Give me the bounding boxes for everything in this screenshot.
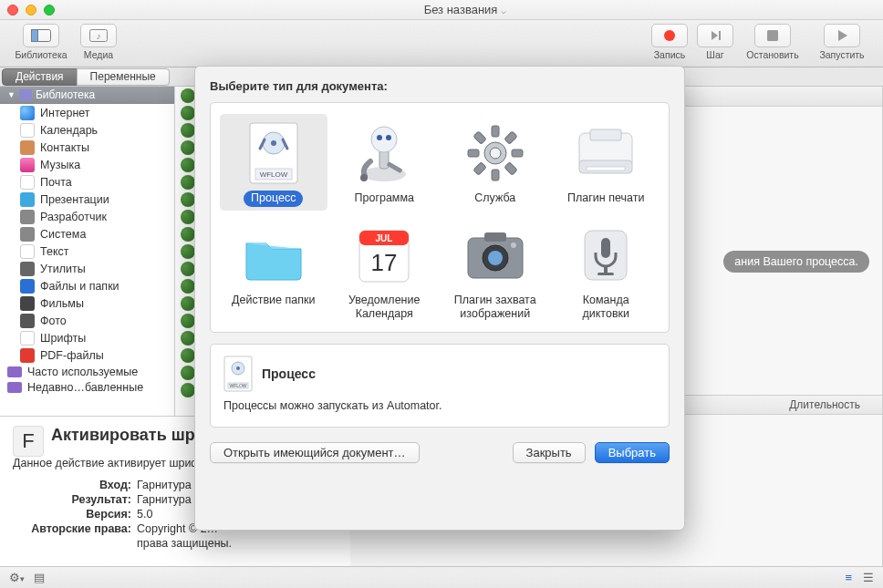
svg-rect-25 xyxy=(590,129,621,140)
workflow-hint: ания Вашего процесса. xyxy=(723,251,869,273)
toolbar-label: Остановить xyxy=(746,49,798,60)
record-icon xyxy=(651,24,688,47)
library-item[interactable]: PDF-файлы xyxy=(0,346,174,364)
list-icon[interactable]: ≡ xyxy=(845,571,852,584)
close-button[interactable]: Закрыть xyxy=(513,442,586,463)
desc-title: Процесс xyxy=(262,366,316,381)
choose-button[interactable]: Выбрать xyxy=(595,442,670,463)
action-icon xyxy=(181,88,195,103)
library-item-label: Календарь xyxy=(40,124,98,137)
toolbar-label: Медиа xyxy=(84,49,113,60)
dialog-buttons: Открыть имеющийся документ… Закрыть Выбр… xyxy=(210,442,670,463)
stop-button[interactable]: Остановить xyxy=(741,24,805,60)
smart-folder[interactable]: Недавно…бавленные xyxy=(0,379,174,395)
doc-type-label: Команда диктовки xyxy=(555,293,659,323)
media-icon: ♪ xyxy=(80,24,117,47)
category-icon xyxy=(20,210,35,224)
library-item[interactable]: Календарь xyxy=(0,121,174,139)
version-key: Версия: xyxy=(13,508,131,521)
library-item[interactable]: Интернет xyxy=(0,104,174,121)
type-workflow[interactable]: WFLOWПроцесс xyxy=(220,114,327,211)
step-button[interactable]: Шаг xyxy=(695,24,735,60)
library-item-label: Файлы и папки xyxy=(40,280,119,293)
svg-point-41 xyxy=(236,366,240,370)
library-item[interactable]: Презентации xyxy=(0,191,174,208)
doc-type-label: Служба xyxy=(467,191,523,207)
library-item[interactable]: Шрифты xyxy=(0,329,174,346)
svg-text:♪: ♪ xyxy=(97,31,101,41)
doc-type-label: Плагин захвата изображений xyxy=(443,293,547,323)
library-item[interactable]: Разработчик xyxy=(0,208,174,225)
action-icon xyxy=(181,175,195,190)
type-application[interactable]: Программа xyxy=(331,114,439,211)
type-calendar[interactable]: JUL17Уведомление Календаря xyxy=(331,216,439,326)
category-icon xyxy=(20,158,35,172)
tab-actions[interactable]: Действия xyxy=(2,68,78,86)
library-item-label: Презентации xyxy=(40,193,109,206)
type-folder[interactable]: Действие папки xyxy=(220,216,327,326)
titlebar: Без названия⌵ xyxy=(0,0,883,20)
library-item[interactable]: Контакты xyxy=(0,139,174,156)
category-icon xyxy=(20,314,35,328)
action-icon xyxy=(181,192,195,207)
close-window[interactable] xyxy=(7,5,18,15)
dialog-title: Выберите тип для документа: xyxy=(210,79,670,93)
record-button[interactable]: Запись xyxy=(649,24,690,60)
doc-type-icon xyxy=(572,119,639,187)
action-icon xyxy=(181,348,195,363)
library-item-label: Система xyxy=(40,228,86,241)
cards-icon[interactable]: ☰ xyxy=(863,571,874,584)
library-item-label: Утилиты xyxy=(40,263,86,275)
toggle-sidebar-button[interactable]: Библиотека xyxy=(9,24,73,60)
svg-rect-6 xyxy=(767,30,778,41)
copyright-value2: права защищены. xyxy=(137,537,338,550)
grid-icon[interactable]: ▤ xyxy=(34,571,45,584)
library-item[interactable]: Текст xyxy=(0,242,174,260)
library-item[interactable]: Музыка xyxy=(0,156,174,173)
category-icon xyxy=(20,279,35,294)
svg-rect-38 xyxy=(597,273,614,275)
run-button[interactable]: Запустить xyxy=(810,24,874,60)
category-icon xyxy=(20,296,35,311)
zoom-window[interactable] xyxy=(44,5,55,15)
toolbar-label: Библиотека xyxy=(15,49,67,60)
library-item-label: Шрифты xyxy=(40,332,86,345)
wflow-icon: WFLOW xyxy=(223,356,253,392)
tab-variables[interactable]: Переменные xyxy=(77,68,170,86)
svg-rect-24 xyxy=(587,167,625,170)
library-item-label: Интернет xyxy=(40,107,90,119)
library-header-label: Библиотека xyxy=(36,88,95,101)
minimize-window[interactable] xyxy=(26,5,36,15)
action-icon xyxy=(181,279,195,294)
library-item[interactable]: Почта xyxy=(0,173,174,191)
library-item[interactable]: Фильмы xyxy=(0,294,174,312)
type-print[interactable]: Плагин печати xyxy=(553,114,660,211)
library-item[interactable]: Система xyxy=(0,225,174,242)
library-item[interactable]: Файлы и папки xyxy=(0,277,174,294)
smart-folder[interactable]: Часто используемые xyxy=(0,364,174,379)
status-bar: ⚙︎▾ ▤ ≡ ☰ xyxy=(0,566,883,588)
svg-rect-5 xyxy=(719,31,721,40)
gear-icon[interactable]: ⚙︎▾ xyxy=(9,571,25,584)
doc-type-label: Процесс xyxy=(244,191,303,207)
library-item-label: PDF-файлы xyxy=(40,349,104,362)
traffic-lights xyxy=(7,5,55,15)
window-title: Без названия⌵ xyxy=(55,3,876,16)
play-icon xyxy=(824,24,860,47)
media-button[interactable]: ♪Медиа xyxy=(78,24,119,60)
duration-column-label: Длительность xyxy=(789,398,860,411)
action-icon xyxy=(181,123,195,138)
type-description: WFLOW Процесс Процессы можно запускать и… xyxy=(210,344,670,428)
input-key: Вход: xyxy=(13,479,131,491)
library-item[interactable]: Фото xyxy=(0,312,174,329)
type-image[interactable]: Плагин захвата изображений xyxy=(442,216,549,326)
svg-point-17 xyxy=(360,174,368,181)
library-header[interactable]: ▼ Библиотека xyxy=(0,87,174,104)
open-existing-button[interactable]: Открыть имеющийся документ… xyxy=(210,442,420,463)
svg-rect-20 xyxy=(492,126,499,137)
category-icon xyxy=(20,192,35,207)
library-item[interactable]: Утилиты xyxy=(0,260,174,277)
toolbar-label: Запустить xyxy=(819,49,864,60)
type-service[interactable]: Служба xyxy=(442,114,549,211)
type-dictation[interactable]: Команда диктовки xyxy=(553,216,660,326)
